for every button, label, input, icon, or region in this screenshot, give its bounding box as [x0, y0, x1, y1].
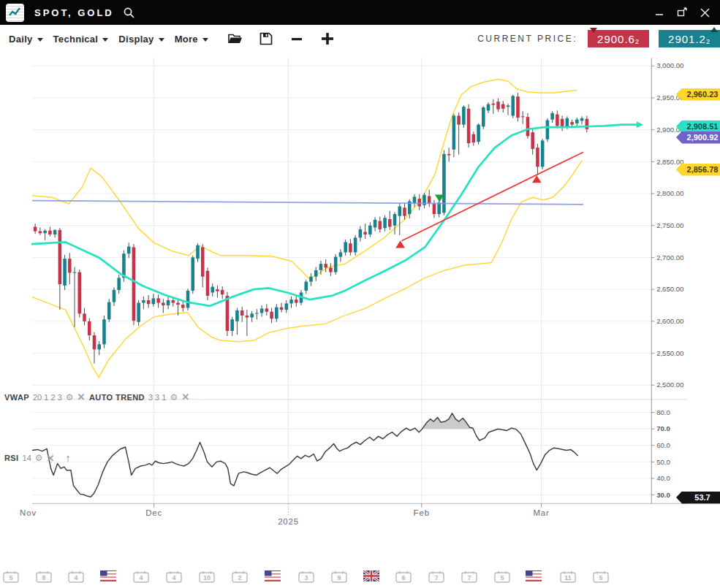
- svg-text:30.0: 30.0: [656, 491, 670, 499]
- gear-icon[interactable]: ⚙: [170, 393, 178, 402]
- svg-text:70.0: 70.0: [656, 424, 670, 432]
- symbol-title: SPOT, GOLD: [34, 7, 114, 18]
- vwap-indicator-legend: VWAP 20 1 2 3 ⚙ ✕: [4, 392, 85, 402]
- svg-text:Dec: Dec: [145, 508, 162, 517]
- price-chart-canvas[interactable]: 3,000.002,950.002,900.002,850.002,800.00…: [0, 53, 720, 588]
- svg-text:Feb: Feb: [414, 508, 430, 517]
- svg-text:3,000.00: 3,000.00: [656, 61, 683, 69]
- svg-text:2,950.00: 2,950.00: [656, 93, 683, 102]
- close-icon[interactable]: [697, 4, 713, 20]
- ask-price-badge: 2901.22: [659, 30, 720, 47]
- gear-icon[interactable]: ⚙: [66, 393, 74, 402]
- close-icon[interactable]: ✕: [47, 454, 55, 463]
- zoom-in-icon[interactable]: [319, 31, 336, 47]
- svg-text:40.0: 40.0: [656, 474, 670, 482]
- minimize-icon[interactable]: [651, 4, 667, 20]
- chevron-down-icon: [37, 38, 43, 42]
- svg-text:2,850.00: 2,850.00: [656, 158, 683, 166]
- app-logo-icon: [6, 4, 24, 22]
- rsi-indicator-legend: RSI 14 ⚙ ✕ ↑: [4, 452, 70, 464]
- bid-price-badge: 2900.62: [588, 30, 649, 47]
- vwap-line: [32, 201, 583, 205]
- svg-text:60.0: 60.0: [656, 441, 670, 449]
- gear-icon[interactable]: ⚙: [35, 454, 43, 462]
- svg-text:2025: 2025: [278, 517, 299, 526]
- close-icon[interactable]: ✕: [181, 392, 189, 402]
- current-price-label: CURRENT PRICE:: [477, 34, 577, 44]
- svg-text:80.0: 80.0: [656, 408, 670, 416]
- svg-text:2,900.00: 2,900.00: [656, 126, 683, 134]
- menu-timeframe[interactable]: Daily: [9, 34, 43, 45]
- menu-more[interactable]: More: [175, 34, 208, 45]
- svg-text:2,500.00: 2,500.00: [656, 381, 683, 389]
- menu-display[interactable]: Display: [118, 34, 164, 45]
- move-pane-up-icon[interactable]: ↑: [65, 452, 70, 464]
- close-icon[interactable]: ✕: [77, 392, 86, 402]
- svg-text:Mar: Mar: [533, 508, 549, 517]
- chevron-down-icon: [202, 38, 208, 42]
- svg-text:Nov: Nov: [20, 508, 37, 517]
- svg-text:2,750.00: 2,750.00: [656, 221, 683, 229]
- chart-toolbar: Daily Technical Display More CURRENT PRI…: [0, 25, 720, 53]
- chevron-down-icon: [102, 38, 108, 42]
- window-titlebar: SPOT, GOLD: [0, 0, 720, 25]
- zoom-out-icon[interactable]: [289, 31, 305, 47]
- price-axis-labels: 3,000.002,950.002,900.002,850.002,800.00…: [651, 61, 683, 498]
- open-folder-icon[interactable]: [227, 31, 243, 47]
- buy-signal-marker[interactable]: [395, 241, 405, 248]
- chevron-down-icon: [159, 38, 164, 42]
- svg-text:50.0: 50.0: [656, 458, 670, 466]
- svg-text:2,650.00: 2,650.00: [656, 285, 683, 293]
- auto-trend-indicator-legend: AUTO TREND 3 3 1 ⚙ ✕: [89, 392, 189, 402]
- bollinger-bands: [32, 80, 582, 378]
- svg-text:2,550.00: 2,550.00: [656, 349, 683, 357]
- chart-area: 3,000.002,950.002,900.002,850.002,800.00…: [0, 53, 720, 588]
- candlestick-series: [34, 93, 588, 364]
- current-price-group: CURRENT PRICE: 2900.62 2901.22: [477, 30, 720, 47]
- svg-text:2,700.00: 2,700.00: [656, 253, 683, 261]
- arrow-down-icon: [590, 28, 597, 33]
- save-icon[interactable]: [258, 31, 274, 47]
- svg-text:2,600.00: 2,600.00: [656, 317, 683, 325]
- menu-technical[interactable]: Technical: [53, 34, 109, 45]
- svg-text:2,800.00: 2,800.00: [656, 189, 683, 197]
- search-icon[interactable]: [123, 7, 135, 19]
- arrow-up-icon: [710, 27, 718, 32]
- time-axis-labels: NovDec2025FebMar: [20, 503, 550, 525]
- window-controls: [651, 4, 713, 20]
- restore-icon[interactable]: [674, 4, 690, 20]
